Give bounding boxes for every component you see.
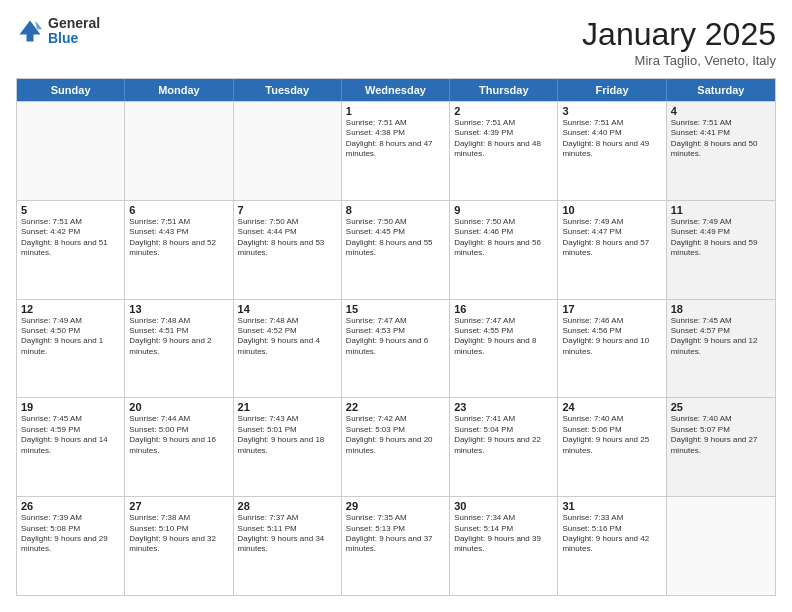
header-day-friday: Friday bbox=[558, 79, 666, 101]
cell-details: Sunrise: 7:39 AM Sunset: 5:08 PM Dayligh… bbox=[21, 513, 120, 555]
header-day-sunday: Sunday bbox=[17, 79, 125, 101]
day-number: 23 bbox=[454, 401, 553, 413]
cell-details: Sunrise: 7:42 AM Sunset: 5:03 PM Dayligh… bbox=[346, 414, 445, 456]
page: General Blue January 2025 Mira Taglio, V… bbox=[0, 0, 792, 612]
cell-details: Sunrise: 7:45 AM Sunset: 4:57 PM Dayligh… bbox=[671, 316, 771, 358]
header-day-saturday: Saturday bbox=[667, 79, 775, 101]
calendar-cell-4-2: 28Sunrise: 7:37 AM Sunset: 5:11 PM Dayli… bbox=[234, 497, 342, 595]
cell-details: Sunrise: 7:33 AM Sunset: 5:16 PM Dayligh… bbox=[562, 513, 661, 555]
header-day-thursday: Thursday bbox=[450, 79, 558, 101]
calendar-cell-1-4: 9Sunrise: 7:50 AM Sunset: 4:46 PM Daylig… bbox=[450, 201, 558, 299]
title-block: January 2025 Mira Taglio, Veneto, Italy bbox=[582, 16, 776, 68]
calendar-row-1: 5Sunrise: 7:51 AM Sunset: 4:42 PM Daylig… bbox=[17, 200, 775, 299]
svg-marker-1 bbox=[35, 21, 42, 30]
day-number: 25 bbox=[671, 401, 771, 413]
calendar-cell-3-1: 20Sunrise: 7:44 AM Sunset: 5:00 PM Dayli… bbox=[125, 398, 233, 496]
cell-details: Sunrise: 7:50 AM Sunset: 4:46 PM Dayligh… bbox=[454, 217, 553, 259]
day-number: 8 bbox=[346, 204, 445, 216]
cell-details: Sunrise: 7:38 AM Sunset: 5:10 PM Dayligh… bbox=[129, 513, 228, 555]
location-subtitle: Mira Taglio, Veneto, Italy bbox=[582, 53, 776, 68]
cell-details: Sunrise: 7:41 AM Sunset: 5:04 PM Dayligh… bbox=[454, 414, 553, 456]
cell-details: Sunrise: 7:47 AM Sunset: 4:55 PM Dayligh… bbox=[454, 316, 553, 358]
day-number: 22 bbox=[346, 401, 445, 413]
day-number: 20 bbox=[129, 401, 228, 413]
cell-details: Sunrise: 7:50 AM Sunset: 4:44 PM Dayligh… bbox=[238, 217, 337, 259]
calendar-cell-1-5: 10Sunrise: 7:49 AM Sunset: 4:47 PM Dayli… bbox=[558, 201, 666, 299]
day-number: 29 bbox=[346, 500, 445, 512]
calendar-cell-2-2: 14Sunrise: 7:48 AM Sunset: 4:52 PM Dayli… bbox=[234, 300, 342, 398]
cell-details: Sunrise: 7:48 AM Sunset: 4:52 PM Dayligh… bbox=[238, 316, 337, 358]
header-day-tuesday: Tuesday bbox=[234, 79, 342, 101]
cell-details: Sunrise: 7:51 AM Sunset: 4:38 PM Dayligh… bbox=[346, 118, 445, 160]
calendar-cell-0-4: 2Sunrise: 7:51 AM Sunset: 4:39 PM Daylig… bbox=[450, 102, 558, 200]
day-number: 31 bbox=[562, 500, 661, 512]
day-number: 14 bbox=[238, 303, 337, 315]
calendar-header: SundayMondayTuesdayWednesdayThursdayFrid… bbox=[17, 79, 775, 101]
calendar-cell-0-1 bbox=[125, 102, 233, 200]
calendar-cell-4-6 bbox=[667, 497, 775, 595]
cell-details: Sunrise: 7:51 AM Sunset: 4:43 PM Dayligh… bbox=[129, 217, 228, 259]
day-number: 13 bbox=[129, 303, 228, 315]
calendar-cell-2-1: 13Sunrise: 7:48 AM Sunset: 4:51 PM Dayli… bbox=[125, 300, 233, 398]
day-number: 9 bbox=[454, 204, 553, 216]
cell-details: Sunrise: 7:51 AM Sunset: 4:42 PM Dayligh… bbox=[21, 217, 120, 259]
calendar-cell-2-4: 16Sunrise: 7:47 AM Sunset: 4:55 PM Dayli… bbox=[450, 300, 558, 398]
cell-details: Sunrise: 7:47 AM Sunset: 4:53 PM Dayligh… bbox=[346, 316, 445, 358]
logo-text: General Blue bbox=[48, 16, 100, 47]
day-number: 11 bbox=[671, 204, 771, 216]
day-number: 18 bbox=[671, 303, 771, 315]
logo-general-label: General bbox=[48, 16, 100, 31]
calendar: SundayMondayTuesdayWednesdayThursdayFrid… bbox=[16, 78, 776, 596]
calendar-body: 1Sunrise: 7:51 AM Sunset: 4:38 PM Daylig… bbox=[17, 101, 775, 595]
cell-details: Sunrise: 7:49 AM Sunset: 4:47 PM Dayligh… bbox=[562, 217, 661, 259]
logo: General Blue bbox=[16, 16, 100, 47]
day-number: 17 bbox=[562, 303, 661, 315]
cell-details: Sunrise: 7:51 AM Sunset: 4:39 PM Dayligh… bbox=[454, 118, 553, 160]
day-number: 16 bbox=[454, 303, 553, 315]
calendar-cell-4-3: 29Sunrise: 7:35 AM Sunset: 5:13 PM Dayli… bbox=[342, 497, 450, 595]
day-number: 21 bbox=[238, 401, 337, 413]
day-number: 7 bbox=[238, 204, 337, 216]
calendar-cell-0-2 bbox=[234, 102, 342, 200]
day-number: 2 bbox=[454, 105, 553, 117]
cell-details: Sunrise: 7:40 AM Sunset: 5:07 PM Dayligh… bbox=[671, 414, 771, 456]
calendar-cell-3-0: 19Sunrise: 7:45 AM Sunset: 4:59 PM Dayli… bbox=[17, 398, 125, 496]
calendar-cell-4-0: 26Sunrise: 7:39 AM Sunset: 5:08 PM Dayli… bbox=[17, 497, 125, 595]
cell-details: Sunrise: 7:34 AM Sunset: 5:14 PM Dayligh… bbox=[454, 513, 553, 555]
header-day-wednesday: Wednesday bbox=[342, 79, 450, 101]
day-number: 28 bbox=[238, 500, 337, 512]
calendar-cell-2-5: 17Sunrise: 7:46 AM Sunset: 4:56 PM Dayli… bbox=[558, 300, 666, 398]
calendar-cell-4-1: 27Sunrise: 7:38 AM Sunset: 5:10 PM Dayli… bbox=[125, 497, 233, 595]
cell-details: Sunrise: 7:35 AM Sunset: 5:13 PM Dayligh… bbox=[346, 513, 445, 555]
calendar-cell-4-5: 31Sunrise: 7:33 AM Sunset: 5:16 PM Dayli… bbox=[558, 497, 666, 595]
calendar-cell-0-3: 1Sunrise: 7:51 AM Sunset: 4:38 PM Daylig… bbox=[342, 102, 450, 200]
calendar-cell-3-6: 25Sunrise: 7:40 AM Sunset: 5:07 PM Dayli… bbox=[667, 398, 775, 496]
day-number: 1 bbox=[346, 105, 445, 117]
header: General Blue January 2025 Mira Taglio, V… bbox=[16, 16, 776, 68]
logo-icon bbox=[16, 17, 44, 45]
cell-details: Sunrise: 7:37 AM Sunset: 5:11 PM Dayligh… bbox=[238, 513, 337, 555]
calendar-cell-0-6: 4Sunrise: 7:51 AM Sunset: 4:41 PM Daylig… bbox=[667, 102, 775, 200]
cell-details: Sunrise: 7:46 AM Sunset: 4:56 PM Dayligh… bbox=[562, 316, 661, 358]
day-number: 26 bbox=[21, 500, 120, 512]
day-number: 30 bbox=[454, 500, 553, 512]
calendar-cell-3-3: 22Sunrise: 7:42 AM Sunset: 5:03 PM Dayli… bbox=[342, 398, 450, 496]
cell-details: Sunrise: 7:44 AM Sunset: 5:00 PM Dayligh… bbox=[129, 414, 228, 456]
day-number: 19 bbox=[21, 401, 120, 413]
calendar-row-3: 19Sunrise: 7:45 AM Sunset: 4:59 PM Dayli… bbox=[17, 397, 775, 496]
cell-details: Sunrise: 7:50 AM Sunset: 4:45 PM Dayligh… bbox=[346, 217, 445, 259]
calendar-cell-3-5: 24Sunrise: 7:40 AM Sunset: 5:06 PM Dayli… bbox=[558, 398, 666, 496]
logo-blue-label: Blue bbox=[48, 31, 100, 46]
day-number: 10 bbox=[562, 204, 661, 216]
day-number: 15 bbox=[346, 303, 445, 315]
calendar-cell-2-6: 18Sunrise: 7:45 AM Sunset: 4:57 PM Dayli… bbox=[667, 300, 775, 398]
calendar-cell-1-6: 11Sunrise: 7:49 AM Sunset: 4:49 PM Dayli… bbox=[667, 201, 775, 299]
calendar-cell-1-0: 5Sunrise: 7:51 AM Sunset: 4:42 PM Daylig… bbox=[17, 201, 125, 299]
calendar-row-0: 1Sunrise: 7:51 AM Sunset: 4:38 PM Daylig… bbox=[17, 101, 775, 200]
calendar-cell-2-3: 15Sunrise: 7:47 AM Sunset: 4:53 PM Dayli… bbox=[342, 300, 450, 398]
month-title: January 2025 bbox=[582, 16, 776, 53]
day-number: 3 bbox=[562, 105, 661, 117]
day-number: 5 bbox=[21, 204, 120, 216]
header-day-monday: Monday bbox=[125, 79, 233, 101]
day-number: 24 bbox=[562, 401, 661, 413]
